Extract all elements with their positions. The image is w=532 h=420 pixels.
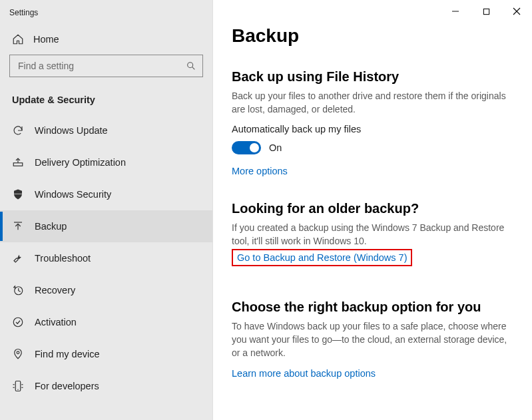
svg-rect-2 [13,163,23,166]
shield-icon [12,188,24,200]
delivery-icon [12,156,24,168]
section-title: Back up using File History [232,69,516,85]
section-desc: Back up your files to another drive and … [232,90,516,116]
sidebar-item-activation[interactable]: Activation [0,306,212,338]
sidebar-item-find-my-device[interactable]: Find my device [0,338,212,370]
svg-rect-15 [483,9,489,14]
sidebar-item-troubleshoot[interactable]: Troubleshoot [0,242,212,274]
svg-rect-3 [14,194,22,194]
sidebar-item-label: Windows Update [35,125,108,136]
sidebar-item-delivery-optimization[interactable]: Delivery Optimization [0,146,212,178]
sidebar-item-for-developers[interactable]: For developers [0,370,212,402]
nav-list: Windows Update Delivery Optimization Win… [0,114,212,402]
nav-home[interactable]: Home [0,25,212,51]
search-input[interactable] [17,60,185,72]
sidebar-item-label: Backup [35,221,67,232]
page-title: Backup [232,25,516,47]
section-older-backup: Looking for an older backup? If you crea… [232,201,516,266]
sidebar-item-label: Windows Security [35,189,111,200]
svg-point-7 [17,351,19,354]
developers-icon [12,380,24,392]
section-file-history: Back up using File History Back up your … [232,69,516,177]
sidebar-item-label: Find my device [35,349,100,359]
toggle-field-label: Automatically back up my files [232,124,516,134]
sidebar-item-windows-update[interactable]: Windows Update [0,114,212,146]
troubleshoot-icon [12,252,24,264]
nav-home-label: Home [33,34,59,45]
minimize-button[interactable] [440,0,471,23]
section-choose-option: Choose the right backup option for you T… [232,300,516,379]
main-content: Backup Back up using File History Back u… [213,0,532,420]
search-box[interactable] [9,55,203,77]
app-title: Settings [9,8,38,17]
backup-restore-win7-link[interactable]: Go to Backup and Restore (Windows 7) [232,249,412,266]
sidebar-item-backup[interactable]: Backup [0,210,212,242]
sidebar-item-label: Delivery Optimization [35,157,126,168]
toggle-row: On [232,141,516,154]
find-device-icon [12,348,24,360]
sidebar: Settings Home Update & Security Windo [0,0,213,420]
window-controls [440,0,532,23]
recovery-icon [12,284,24,296]
auto-backup-toggle[interactable] [232,141,261,154]
sidebar-item-recovery[interactable]: Recovery [0,274,212,306]
section-title: Looking for an older backup? [232,201,516,216]
activation-icon [12,316,24,328]
sidebar-item-label: For developers [35,381,99,391]
sidebar-section-title: Update & Security [0,84,212,114]
more-options-link[interactable]: More options [232,166,288,176]
svg-point-0 [188,63,193,68]
close-button[interactable] [501,0,532,23]
sidebar-item-windows-security[interactable]: Windows Security [0,178,212,210]
maximize-button[interactable] [471,0,501,23]
search-wrap [0,51,212,84]
svg-line-1 [192,67,195,70]
sync-icon [12,124,24,136]
section-title: Choose the right backup option for you [232,300,516,315]
titlebar: Settings [0,0,212,25]
sidebar-item-label: Activation [35,317,77,327]
home-icon [12,33,24,45]
toggle-state-label: On [269,142,282,153]
sidebar-item-label: Recovery [35,285,75,296]
sidebar-item-label: Troubleshoot [35,253,91,264]
search-icon [185,61,197,71]
section-desc: If you created a backup using the Window… [232,222,516,248]
svg-point-6 [13,317,23,327]
section-desc: To have Windows back up your files to a … [232,320,516,359]
backup-icon [12,220,24,232]
learn-more-link[interactable]: Learn more about backup options [232,368,376,379]
